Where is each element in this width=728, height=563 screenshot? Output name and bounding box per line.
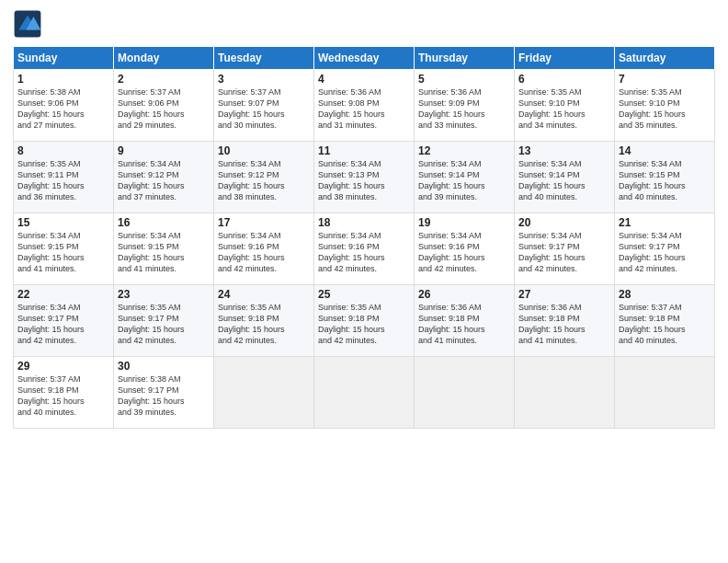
calendar-cell: [515, 357, 615, 429]
day-number: 20: [518, 216, 610, 229]
day-number: 11: [318, 144, 410, 157]
cell-info: Sunrise: 5:34 AM Sunset: 9:12 PM Dayligh…: [218, 158, 310, 203]
day-number: 16: [118, 216, 210, 229]
cell-info: Sunrise: 5:35 AM Sunset: 9:18 PM Dayligh…: [318, 302, 410, 347]
calendar-header: SundayMondayTuesdayWednesdayThursdayFrid…: [14, 47, 715, 70]
week-row-5: 29Sunrise: 5:37 AM Sunset: 9:18 PM Dayli…: [14, 357, 715, 429]
week-row-3: 15Sunrise: 5:34 AM Sunset: 9:15 PM Dayli…: [14, 213, 715, 285]
day-number: 25: [318, 288, 410, 301]
cell-info: Sunrise: 5:37 AM Sunset: 9:07 PM Dayligh…: [218, 86, 310, 132]
cell-info: Sunrise: 5:34 AM Sunset: 9:13 PM Dayligh…: [318, 158, 410, 203]
cell-info: Sunrise: 5:35 AM Sunset: 9:10 PM Dayligh…: [619, 86, 711, 132]
day-number: 2: [118, 73, 210, 86]
calendar-cell: 5Sunrise: 5:36 AM Sunset: 9:09 PM Daylig…: [415, 70, 515, 142]
calendar-cell: 3Sunrise: 5:37 AM Sunset: 9:07 PM Daylig…: [214, 70, 314, 142]
calendar-cell: 14Sunrise: 5:34 AM Sunset: 9:15 PM Dayli…: [615, 142, 715, 213]
day-number: 24: [218, 288, 310, 301]
cell-info: Sunrise: 5:36 AM Sunset: 9:09 PM Dayligh…: [418, 86, 510, 132]
day-number: 6: [518, 73, 610, 86]
week-row-4: 22Sunrise: 5:34 AM Sunset: 9:17 PM Dayli…: [14, 285, 715, 357]
day-number: 18: [318, 216, 410, 229]
calendar-body: 1Sunrise: 5:38 AM Sunset: 9:06 PM Daylig…: [14, 70, 715, 429]
calendar-table: SundayMondayTuesdayWednesdayThursdayFrid…: [13, 46, 715, 429]
calendar-cell: 7Sunrise: 5:35 AM Sunset: 9:10 PM Daylig…: [615, 70, 715, 142]
day-number: 9: [118, 144, 210, 157]
cell-info: Sunrise: 5:35 AM Sunset: 9:17 PM Dayligh…: [118, 302, 210, 347]
day-number: 29: [17, 360, 109, 373]
cell-info: Sunrise: 5:37 AM Sunset: 9:18 PM Dayligh…: [619, 302, 711, 347]
calendar-cell: 2Sunrise: 5:37 AM Sunset: 9:06 PM Daylig…: [114, 70, 214, 142]
cell-info: Sunrise: 5:34 AM Sunset: 9:17 PM Dayligh…: [619, 230, 711, 275]
calendar-cell: 25Sunrise: 5:35 AM Sunset: 9:18 PM Dayli…: [314, 285, 415, 357]
calendar-cell: [615, 357, 715, 429]
cell-info: Sunrise: 5:34 AM Sunset: 9:15 PM Dayligh…: [118, 230, 210, 275]
calendar-cell: 23Sunrise: 5:35 AM Sunset: 9:17 PM Dayli…: [114, 285, 214, 357]
calendar-cell: 26Sunrise: 5:36 AM Sunset: 9:18 PM Dayli…: [415, 285, 515, 357]
calendar-cell: 11Sunrise: 5:34 AM Sunset: 9:13 PM Dayli…: [314, 142, 415, 213]
calendar-cell: 19Sunrise: 5:34 AM Sunset: 9:16 PM Dayli…: [415, 213, 515, 285]
calendar-cell: 12Sunrise: 5:34 AM Sunset: 9:14 PM Dayli…: [415, 142, 515, 213]
cell-info: Sunrise: 5:34 AM Sunset: 9:16 PM Dayligh…: [418, 230, 510, 275]
day-number: 12: [418, 144, 510, 157]
cell-info: Sunrise: 5:34 AM Sunset: 9:15 PM Dayligh…: [17, 230, 109, 275]
calendar-cell: 13Sunrise: 5:34 AM Sunset: 9:14 PM Dayli…: [515, 142, 615, 213]
weekday-header-monday: Monday: [114, 47, 214, 70]
cell-info: Sunrise: 5:35 AM Sunset: 9:18 PM Dayligh…: [218, 302, 310, 347]
calendar-cell: 24Sunrise: 5:35 AM Sunset: 9:18 PM Dayli…: [214, 285, 314, 357]
day-number: 1: [17, 73, 109, 86]
calendar-cell: 18Sunrise: 5:34 AM Sunset: 9:16 PM Dayli…: [314, 213, 415, 285]
cell-info: Sunrise: 5:34 AM Sunset: 9:12 PM Dayligh…: [118, 158, 210, 203]
day-number: 3: [218, 73, 310, 86]
day-number: 26: [418, 288, 510, 301]
day-number: 30: [118, 360, 210, 373]
weekday-header-sunday: Sunday: [14, 47, 114, 70]
day-number: 23: [118, 288, 210, 301]
cell-info: Sunrise: 5:34 AM Sunset: 9:16 PM Dayligh…: [218, 230, 310, 275]
calendar-cell: 21Sunrise: 5:34 AM Sunset: 9:17 PM Dayli…: [615, 213, 715, 285]
calendar-cell: 29Sunrise: 5:37 AM Sunset: 9:18 PM Dayli…: [14, 357, 114, 429]
day-number: 13: [518, 144, 610, 157]
cell-info: Sunrise: 5:34 AM Sunset: 9:17 PM Dayligh…: [17, 302, 109, 347]
cell-info: Sunrise: 5:34 AM Sunset: 9:15 PM Dayligh…: [619, 158, 711, 203]
cell-info: Sunrise: 5:34 AM Sunset: 9:14 PM Dayligh…: [518, 158, 610, 203]
cell-info: Sunrise: 5:35 AM Sunset: 9:11 PM Dayligh…: [17, 158, 109, 203]
day-number: 21: [619, 216, 711, 229]
day-number: 27: [518, 288, 610, 301]
day-number: 14: [619, 144, 711, 157]
day-number: 22: [17, 288, 109, 301]
calendar-cell: [314, 357, 415, 429]
cell-info: Sunrise: 5:36 AM Sunset: 9:08 PM Dayligh…: [318, 86, 410, 132]
weekday-header-saturday: Saturday: [615, 47, 715, 70]
week-row-2: 8Sunrise: 5:35 AM Sunset: 9:11 PM Daylig…: [14, 142, 715, 213]
day-number: 8: [17, 144, 109, 157]
calendar-cell: 30Sunrise: 5:38 AM Sunset: 9:17 PM Dayli…: [114, 357, 214, 429]
calendar-cell: 10Sunrise: 5:34 AM Sunset: 9:12 PM Dayli…: [214, 142, 314, 213]
cell-info: Sunrise: 5:36 AM Sunset: 9:18 PM Dayligh…: [418, 302, 510, 347]
calendar-cell: 6Sunrise: 5:35 AM Sunset: 9:10 PM Daylig…: [515, 70, 615, 142]
calendar-cell: 16Sunrise: 5:34 AM Sunset: 9:15 PM Dayli…: [114, 213, 214, 285]
weekday-header-wednesday: Wednesday: [314, 47, 415, 70]
weekday-header-friday: Friday: [515, 47, 615, 70]
calendar-cell: 8Sunrise: 5:35 AM Sunset: 9:11 PM Daylig…: [14, 142, 114, 213]
day-number: 15: [17, 216, 109, 229]
calendar-cell: [415, 357, 515, 429]
day-number: 5: [418, 73, 510, 86]
calendar-cell: [214, 357, 314, 429]
cell-info: Sunrise: 5:38 AM Sunset: 9:17 PM Dayligh…: [118, 373, 210, 419]
weekday-header-tuesday: Tuesday: [214, 47, 314, 70]
cell-info: Sunrise: 5:35 AM Sunset: 9:10 PM Dayligh…: [518, 86, 610, 132]
cell-info: Sunrise: 5:38 AM Sunset: 9:06 PM Dayligh…: [17, 86, 109, 132]
calendar-container: SundayMondayTuesdayWednesdayThursdayFrid…: [0, 0, 728, 438]
calendar-cell: 27Sunrise: 5:36 AM Sunset: 9:18 PM Dayli…: [515, 285, 615, 357]
cell-info: Sunrise: 5:37 AM Sunset: 9:06 PM Dayligh…: [118, 86, 210, 132]
weekday-header-thursday: Thursday: [415, 47, 515, 70]
logo: [13, 9, 46, 39]
day-number: 7: [619, 73, 711, 86]
cell-info: Sunrise: 5:37 AM Sunset: 9:18 PM Dayligh…: [17, 373, 109, 419]
cell-info: Sunrise: 5:34 AM Sunset: 9:17 PM Dayligh…: [518, 230, 610, 275]
cell-info: Sunrise: 5:34 AM Sunset: 9:14 PM Dayligh…: [418, 158, 510, 203]
header: [13, 9, 715, 39]
calendar-cell: 20Sunrise: 5:34 AM Sunset: 9:17 PM Dayli…: [515, 213, 615, 285]
calendar-cell: 17Sunrise: 5:34 AM Sunset: 9:16 PM Dayli…: [214, 213, 314, 285]
weekday-header-row: SundayMondayTuesdayWednesdayThursdayFrid…: [14, 47, 715, 70]
